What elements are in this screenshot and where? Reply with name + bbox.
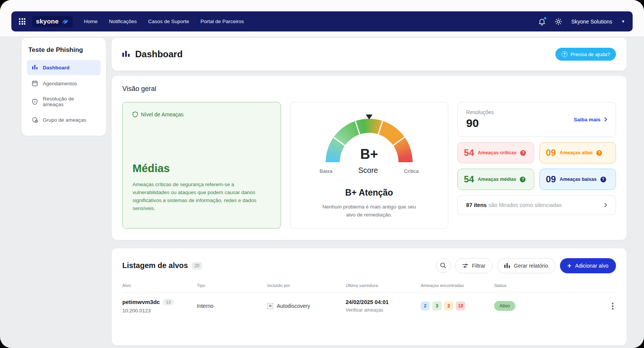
resolutions-value: 90 xyxy=(466,117,494,130)
filter-button-label: Filtrar xyxy=(472,263,486,269)
score-value: B+ xyxy=(326,146,413,162)
target-type: Interno xyxy=(197,303,267,309)
filter-icon xyxy=(462,263,468,268)
column-header-ultima-varredura: Última varredura xyxy=(346,283,421,292)
help-button[interactable]: ? Precisa de ajuda? xyxy=(555,48,616,61)
status-badge: Ativo xyxy=(494,301,515,311)
logo-swirl-icon xyxy=(61,19,69,25)
resolutions-label: Resoluções xyxy=(466,109,494,115)
search-icon xyxy=(440,262,446,269)
question-badge-icon[interactable]: ? xyxy=(596,150,602,156)
threat-level-card: Nível de Ameaças Médias Ameaças críticas… xyxy=(122,102,281,229)
threats-found-chips: 2 3 2 10 xyxy=(421,301,494,310)
search-button[interactable] xyxy=(436,259,451,273)
high-threats-pill[interactable]: 09 Ameaças altas ? xyxy=(540,142,616,163)
target-ip: 10.200.0123 xyxy=(122,308,197,314)
column-header-alvo: Alvo xyxy=(122,283,197,292)
settings-gear-icon[interactable] xyxy=(555,18,562,25)
table-row[interactable]: petimwvm3dc 13 10.200.0123 Interno Autod… xyxy=(122,293,616,314)
question-badge-icon[interactable]: ? xyxy=(600,177,606,182)
gauge-label-low: Baixa xyxy=(320,168,332,174)
sidebar-item-dashboard[interactable]: Dashboard xyxy=(27,60,101,75)
column-header-tipo: Tipo xyxy=(197,283,267,292)
shield-info-icon xyxy=(31,98,38,105)
add-target-button[interactable]: + Adicionar alvo xyxy=(560,258,616,273)
included-by: Autodiscovery xyxy=(277,303,310,309)
page-title: Dashboard xyxy=(135,49,182,60)
generate-report-button[interactable]: Gerar relatório xyxy=(497,258,555,273)
top-navbar: skyone Home Notificações Casos de Suport… xyxy=(11,11,633,31)
chevron-right-icon xyxy=(604,117,607,122)
low-label: Ameaças baixas xyxy=(560,177,596,182)
question-badge-icon[interactable]: ? xyxy=(520,150,526,156)
autodiscovery-icon xyxy=(267,303,273,309)
page-header: Dashboard ? Precisa de ajuda? xyxy=(112,38,627,71)
high-count: 09 xyxy=(546,147,556,158)
target-count-badge: 13 xyxy=(163,299,174,306)
add-target-label: Adicionar alvo xyxy=(575,263,608,269)
calendar-icon xyxy=(31,80,38,87)
target-name: petimwvm3dc xyxy=(122,299,160,305)
threat-level-label: Nível de Ameaças xyxy=(141,111,184,118)
shield-icon xyxy=(133,111,138,118)
skyone-logo[interactable]: skyone xyxy=(32,16,73,27)
score-card: B+ Baixa Score Crítica B+ Atenção Nenhum… xyxy=(290,102,449,229)
nav-link-casos-de-suporte[interactable]: Casos de Suporte xyxy=(148,19,189,24)
nav-link-home[interactable]: Home xyxy=(84,19,98,24)
sidebar-item-label: Agendamentos xyxy=(43,81,77,86)
sidebar-item-grupo-de-ameacas[interactable]: Grupo de ameaças xyxy=(27,112,101,127)
critical-threats-pill[interactable]: 54 Ameaças críticas ? xyxy=(457,142,534,163)
help-button-label: Precisa de ajuda? xyxy=(571,52,610,57)
muted-items-row[interactable]: 87 itens são filtrados como silenciadas xyxy=(457,195,616,215)
score-note: Nenhum problema é mais antigo que seu al… xyxy=(320,203,418,219)
sidebar-title: Teste de Phishing xyxy=(28,46,99,54)
plus-icon: + xyxy=(568,262,572,269)
high-label: Ameaças altas xyxy=(560,150,593,155)
muted-text: são filtrados como silenciadas xyxy=(488,202,561,208)
account-caret-icon[interactable]: ▼ xyxy=(621,19,625,24)
app-grid-icon[interactable] xyxy=(19,18,25,25)
threat-level-description: Ameaças críticas de segurança referem-se… xyxy=(133,181,271,213)
gauge-label-critical: Crítica xyxy=(404,168,419,174)
medium-label: Ameaças médias xyxy=(478,177,516,182)
sidebar-item-resolucao-de-ameacas[interactable]: Resolução de ameaças xyxy=(27,92,101,111)
medium-count: 54 xyxy=(464,174,474,185)
scan-note: Verificar ameaças xyxy=(346,307,421,313)
notification-dot xyxy=(544,17,546,19)
nav-link-notificacoes[interactable]: Notificações xyxy=(109,19,137,24)
bar-chart-icon xyxy=(31,64,38,71)
nav-link-portal-de-parceiros[interactable]: Portal de Parceiros xyxy=(200,19,244,24)
overview-title: Visão geral xyxy=(122,85,616,93)
learn-more-link[interactable]: Saiba mais xyxy=(574,117,607,122)
medium-threats-pill[interactable]: 54 Ameaças médias ? xyxy=(457,169,534,190)
generate-report-label: Gerar relatório xyxy=(514,263,548,269)
targets-section: Listagem de alvos 20 Filtrar Gerar relat… xyxy=(112,248,627,345)
threat-level-value: Médias xyxy=(133,162,271,175)
notifications-bell-icon[interactable] xyxy=(538,18,546,25)
sidebar-item-agendamentos[interactable]: Agendamentos xyxy=(27,76,101,91)
nav-links: Home Notificações Casos de Suporte Porta… xyxy=(84,19,244,24)
score-gauge: B+ xyxy=(326,117,413,162)
low-count: 09 xyxy=(546,174,556,185)
report-chart-icon xyxy=(504,263,510,268)
muted-count: 87 itens xyxy=(466,202,487,208)
row-menu-button[interactable]: ••• xyxy=(609,302,616,310)
score-status: B+ Atenção xyxy=(298,188,441,198)
gauge-label-score: Score xyxy=(358,166,378,175)
dashboard-bar-chart-icon xyxy=(122,51,130,58)
critical-count: 54 xyxy=(464,147,474,158)
question-badge-icon[interactable]: ? xyxy=(520,177,525,182)
critical-label: Ameaças críticas xyxy=(478,150,516,155)
column-header-incluido-por: Incluído por xyxy=(267,283,346,292)
threat-chip-low: 2 xyxy=(421,301,430,310)
last-scan-date: 24/02/2025 04:01 xyxy=(346,299,421,305)
filter-button[interactable]: Filtrar xyxy=(455,258,493,273)
learn-more-label: Saiba mais xyxy=(574,117,600,122)
targets-count-badge: 20 xyxy=(192,262,202,270)
low-threats-pill[interactable]: 09 Ameaças baixas ? xyxy=(540,169,616,190)
targets-table: Alvo Tipo Incluído por Última varredura … xyxy=(122,283,616,314)
column-header-status: Status xyxy=(494,283,561,292)
account-name[interactable]: Skyone Solutions xyxy=(571,19,612,25)
logo-text: skyone xyxy=(36,18,59,25)
chevron-right-icon xyxy=(604,203,607,207)
